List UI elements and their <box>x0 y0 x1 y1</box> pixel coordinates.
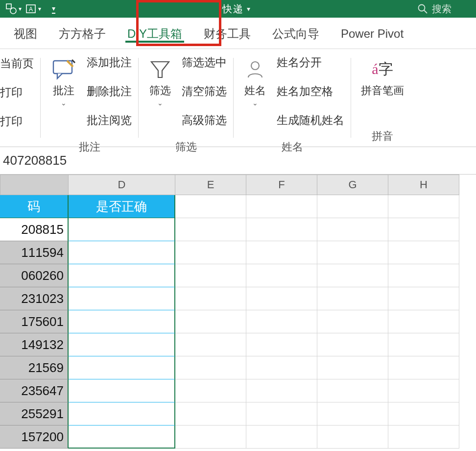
cmd-current-page[interactable]: 当前页 <box>0 56 34 79</box>
cmd-clear-filter[interactable]: 清空筛选 <box>182 84 227 107</box>
cell[interactable] <box>317 333 388 356</box>
cell[interactable] <box>246 287 317 310</box>
col-header-d[interactable]: D <box>69 175 175 195</box>
cell[interactable] <box>388 310 459 333</box>
cell-d[interactable] <box>69 310 175 333</box>
cell[interactable] <box>388 287 459 310</box>
cmd-delete-comment[interactable]: 删除批注 <box>87 84 132 107</box>
cell[interactable] <box>175 356 246 379</box>
cell[interactable] <box>388 195 459 218</box>
cell[interactable] <box>388 426 459 449</box>
qat-shape-icon[interactable] <box>5 2 18 15</box>
cell[interactable] <box>175 333 246 356</box>
cell-header-c[interactable]: 码 <box>0 195 69 218</box>
cell[interactable] <box>175 379 246 402</box>
cell-d[interactable] <box>69 218 175 241</box>
cell[interactable] <box>388 402 459 426</box>
col-header-c[interactable] <box>0 175 69 195</box>
col-header-h[interactable]: H <box>388 175 459 195</box>
cmd-advanced-filter[interactable]: 高级筛选 <box>182 113 227 136</box>
cell[interactable] <box>175 287 246 310</box>
cell-c[interactable]: 175601 <box>0 310 69 333</box>
formula-bar[interactable]: 407208815 <box>0 147 476 175</box>
cell-c[interactable]: 255291 <box>0 402 69 426</box>
cell-c[interactable]: 149132 <box>0 333 69 356</box>
cmd-filter-selected[interactable]: 筛选选中 <box>182 55 227 78</box>
cell[interactable] <box>388 379 459 402</box>
cell-c[interactable]: 231023 <box>0 287 69 310</box>
cell[interactable] <box>388 218 459 241</box>
cell[interactable] <box>388 241 459 264</box>
spreadsheet-grid[interactable]: D E F G H 码 是否正确 20881511159406026023102… <box>0 175 476 449</box>
cell[interactable] <box>175 310 246 333</box>
comment-button[interactable]: 批注 ⌄ <box>48 52 80 107</box>
filter-button[interactable]: 筛选 ⌄ <box>145 52 175 107</box>
cell[interactable] <box>317 379 388 402</box>
cell[interactable] <box>388 264 459 287</box>
cell-d[interactable] <box>69 402 175 426</box>
cmd-add-comment[interactable]: 添加批注 <box>87 55 132 78</box>
tab-view[interactable]: 视图 <box>3 21 48 46</box>
cell-c[interactable]: 21569 <box>0 356 69 379</box>
cell[interactable] <box>317 402 388 426</box>
tab-finance[interactable]: 财务工具 <box>193 21 262 46</box>
cell[interactable] <box>246 241 317 264</box>
cell[interactable] <box>317 356 388 379</box>
pinyin-button[interactable]: á字 拼音笔画 ⌄ <box>358 52 407 95</box>
cell[interactable] <box>246 379 317 402</box>
cell[interactable] <box>317 241 388 264</box>
cell[interactable] <box>388 356 459 379</box>
cell-d[interactable] <box>69 287 175 310</box>
cmd-random-name[interactable]: 生成随机姓名 <box>277 113 344 136</box>
cell-d[interactable] <box>69 356 175 379</box>
cell-c[interactable]: 060260 <box>0 264 69 287</box>
cell[interactable] <box>175 195 246 218</box>
cell-d[interactable] <box>69 264 175 287</box>
cmd-split-name[interactable]: 姓名分开 <box>277 55 322 78</box>
title-dropdown-icon[interactable]: ▾ <box>247 5 251 13</box>
cell[interactable] <box>175 241 246 264</box>
qat-dropdown-2[interactable]: ▾ <box>38 5 41 12</box>
col-header-e[interactable]: E <box>175 175 246 195</box>
cell-header-d[interactable]: 是否正确 <box>69 195 175 218</box>
tab-fangfang[interactable]: 方方格子 <box>48 21 117 46</box>
cell-c[interactable]: 208815 <box>0 218 69 241</box>
name-button[interactable]: 姓名 ⌄ <box>240 52 270 107</box>
cmd-name-space[interactable]: 姓名加空格 <box>277 84 333 107</box>
search-box[interactable]: 搜索 <box>417 2 452 16</box>
cell[interactable] <box>317 264 388 287</box>
cell[interactable] <box>317 310 388 333</box>
cell[interactable] <box>246 310 317 333</box>
cell[interactable] <box>388 333 459 356</box>
cmd-print-1[interactable]: 打印 <box>0 85 23 108</box>
cell[interactable] <box>246 195 317 218</box>
cell-d[interactable] <box>69 426 175 449</box>
cell[interactable] <box>246 426 317 449</box>
cell-d[interactable] <box>69 333 175 356</box>
cmd-print-2[interactable]: 打印 <box>0 114 23 137</box>
col-header-g[interactable]: G <box>317 175 388 195</box>
cell-d[interactable] <box>69 379 175 402</box>
cell[interactable] <box>317 287 388 310</box>
cell[interactable] <box>175 402 246 426</box>
cell[interactable] <box>246 402 317 426</box>
cell[interactable] <box>175 426 246 449</box>
qat-textbox-icon[interactable]: A <box>24 2 37 15</box>
cell[interactable] <box>317 218 388 241</box>
col-header-f[interactable]: F <box>246 175 317 195</box>
cell[interactable] <box>246 333 317 356</box>
qat-customize-dropdown[interactable]: ▾ <box>52 4 55 14</box>
tab-diy-toolbox[interactable]: DIY工具箱 <box>117 21 193 46</box>
cell[interactable] <box>246 356 317 379</box>
cell-d[interactable] <box>69 241 175 264</box>
tab-formula-guide[interactable]: 公式向导 <box>262 21 330 46</box>
cell[interactable] <box>317 426 388 449</box>
qat-dropdown-1[interactable]: ▾ <box>19 5 22 12</box>
cmd-review-comment[interactable]: 批注阅览 <box>87 113 132 136</box>
cell-c[interactable]: 157200 <box>0 426 69 449</box>
cell[interactable] <box>175 218 246 241</box>
cell[interactable] <box>246 264 317 287</box>
cell[interactable] <box>317 195 388 218</box>
cell[interactable] <box>175 264 246 287</box>
cell-c[interactable]: 111594 <box>0 241 69 264</box>
